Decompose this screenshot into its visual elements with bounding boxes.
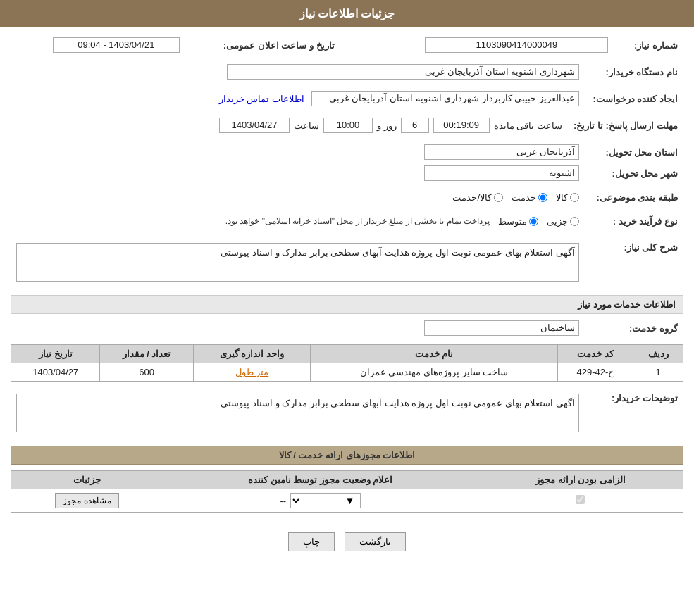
general-desc-table: شرح کلی نیاز: آگهی استعلام بهای عمومی نو… [11,237,683,288]
radio-khedmat-input[interactable] [538,193,547,202]
creator-table: ایجاد کننده درخواست: عبدالعزیز حبیبی کار… [11,88,683,109]
row-code: ج-42-429 [557,363,633,382]
page-wrapper: جزئیات اطلاعات نیاز شماره نیاز: 11030904… [0,0,694,616]
purchase-type-label: نوع فرآیند خرید : [585,211,683,231]
services-table: ردیف کد خدمت نام خدمت واحد اندازه گیری ت… [11,344,683,382]
buyer-notes-label: توضیحات خریدار: [585,387,683,439]
buyer-notes-box: آگهی استعلام بهای عمومی نوبت اول پروژه ه… [16,394,579,432]
permit-required-cell [478,489,683,513]
buyer-notes-value: آگهی استعلام بهای عمومی نوبت اول پروژه ه… [11,387,585,439]
province-input: آذربایجان غربی [424,144,579,160]
col-code: کد خدمت [557,345,633,363]
purchase-type-radios: جزیی متوسط پرداخت تمام یا بخشی از مبلغ خ… [11,211,585,231]
city-value: اشنویه [11,163,585,184]
radio-jozi-input[interactable] [570,217,579,226]
radio-kala-khedmat-label: کالا/خدمت [452,192,492,203]
service-group-input: ساختمان [424,320,579,336]
permits-col-details: جزئیات [11,471,163,489]
radio-khedmat[interactable]: خدمت [512,192,547,203]
need-number-value: 1103090414000049 [368,34,614,56]
general-desc-value: آگهی استعلام بهای عمومی نوبت اول پروژه ه… [11,237,585,288]
print-button[interactable]: چاپ [288,532,335,551]
permit-view-button[interactable]: مشاهده مجوز [55,493,118,508]
city-input: اشنویه [424,165,579,181]
buyer-org-value: شهرداری اشنویه استان آذربایجان غربی [11,61,585,82]
province-label: استان محل تحویل: [585,142,683,163]
deadline-time-label: ساعت [294,120,319,131]
deadline-day-label: روز و [377,120,397,131]
radio-motavasset-label: متوسط [498,216,527,227]
permits-col-status: اعلام وضعیت مجوز توسط نامین کننده [163,471,478,489]
deadline-day-input: 6 [401,118,429,133]
province-value: آذربایجان غربی [11,142,585,163]
service-group-table: گروه خدمت: ساختمان [11,318,683,339]
creator-label: ایجاد کننده درخواست: [585,88,683,109]
deadline-value: 1403/04/27 ساعت 10:00 روز و 6 00:19:09 س… [11,115,568,136]
buyer-org-label: نام دستگاه خریدار: [585,61,683,82]
deadline-date-input: 1403/04/27 [219,118,290,133]
radio-motavasset-input[interactable] [529,217,538,226]
buyer-org-input: شهرداری اشنویه استان آذربایجان غربی [227,64,579,80]
col-unit: واحد اندازه گیری [193,345,311,363]
category-table: طبقه بندی موضوعی: کالا خدمت [11,189,683,206]
permit-details-cell: مشاهده مجوز [11,489,163,513]
permits-col-required: الزامی بودن ارائه مجوز [478,471,683,489]
datetime-label: تاریخ و ساعت اعلان عمومی: [185,34,340,56]
creator-input: عبدالعزیز حبیبی کاربرداز شهرداری اشنویه … [311,91,579,106]
col-name: نام خدمت [311,345,557,363]
creator-value: عبدالعزیز حبیبی کاربرداز شهرداری اشنویه … [11,88,585,109]
radio-jozi[interactable]: جزیی [547,216,579,227]
buyer-notes-table: توضیحات خریدار: آگهی استعلام بهای عمومی … [11,387,683,439]
deadline-remaining-label: ساعت باقی مانده [494,120,562,131]
permits-table: الزامی بودن ارائه مجوز اعلام وضعیت مجوز … [11,470,683,513]
permit-status-select[interactable]: ▼ [290,493,361,508]
contact-link[interactable]: اطلاعات تماس خریدار [219,94,304,104]
radio-motavasset[interactable]: متوسط [498,216,538,227]
datetime-value: 1403/04/21 - 09:04 [11,34,185,56]
radio-kala[interactable]: کالا [556,192,579,203]
category-radios: کالا خدمت کالا/خدمت [11,189,585,206]
table-row: 1 ج-42-429 ساخت سایر پروژه‌های مهندسی عم… [11,363,683,382]
category-label: طبقه بندی موضوعی: [585,189,683,206]
deadline-table: مهلت ارسال پاسخ: تا تاریخ: 1403/04/27 سا… [11,115,683,136]
radio-kala-input[interactable] [570,193,579,202]
purchase-type-table: نوع فرآیند خرید : جزیی متوسط پرداخت تمام… [11,211,683,231]
radio-jozi-label: جزیی [547,216,568,227]
need-number-label: شماره نیاز: [614,34,683,56]
permits-row: ▼ -- مشاهده مجوز [11,489,683,513]
permit-status-value: -- [280,496,286,506]
permits-section-divider: اطلاعات مجوزهای ارائه خدمت / کالا [11,446,683,465]
buyer-org-table: نام دستگاه خریدار: شهرداری اشنویه استان … [11,61,683,82]
row-unit: متر طول [193,363,311,382]
permit-required-checkbox [576,495,585,504]
general-desc-label: شرح کلی نیاز: [585,237,683,288]
province-table: استان محل تحویل: آذربایجان غربی شهر محل … [11,142,683,184]
datetime-input: 1403/04/21 - 09:04 [53,37,180,53]
service-group-value: ساختمان [11,318,585,339]
col-date: تاریخ نیاز [11,345,100,363]
back-button[interactable]: بازگشت [345,532,406,551]
general-desc-box: آگهی استعلام بهای عمومی نوبت اول پروژه ه… [16,243,579,282]
service-group-label: گروه خدمت: [585,318,683,339]
row-quantity: 600 [100,363,193,382]
deadline-remaining-input: 00:19:09 [433,118,490,133]
page-title: جزئیات اطلاعات نیاز [299,8,395,20]
need-number-input: 1103090414000049 [425,37,608,53]
page-header: جزئیات اطلاعات نیاز [0,0,694,27]
deadline-label: مهلت ارسال پاسخ: تا تاریخ: [568,115,683,136]
purchase-type-note: پرداخت تمام یا بخشی از مبلغ خریدار از مح… [225,216,490,226]
footer-buttons: بازگشت چاپ [11,518,683,565]
col-row: ردیف [633,345,683,363]
row-service-name: ساخت سایر پروژه‌های مهندسی عمران [311,363,557,382]
col-quantity: تعداد / مقدار [100,345,193,363]
deadline-time-input: 10:00 [323,118,373,133]
radio-kala-khedmat-input[interactable] [494,193,503,202]
row-number: 1 [633,363,683,382]
permit-status-cell: ▼ -- [163,489,478,513]
radio-kala-label: کالا [556,192,568,203]
radio-kala-khedmat[interactable]: کالا/خدمت [452,192,503,203]
content-area: شماره نیاز: 1103090414000049 تاریخ و ساع… [0,27,694,572]
radio-khedmat-label: خدمت [512,192,536,203]
city-label: شهر محل تحویل: [585,163,683,184]
top-info-table: شماره نیاز: 1103090414000049 تاریخ و ساع… [11,34,683,56]
